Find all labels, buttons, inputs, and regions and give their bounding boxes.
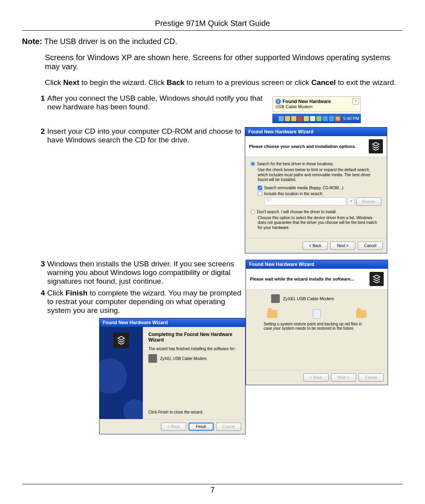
wizard-body: Search for the best driver in these loca… bbox=[245, 157, 387, 238]
step-1: 1 After you connect the USB cable, Windo… bbox=[36, 94, 268, 111]
tray-icon[interactable] bbox=[298, 116, 303, 121]
tray-icon[interactable] bbox=[279, 116, 284, 121]
note-text-1: The USB driver is on the included CD. bbox=[44, 37, 177, 46]
instr-cancel: Cancel bbox=[311, 78, 336, 87]
next-button[interactable]: Next > bbox=[331, 373, 356, 382]
back-button[interactable]: < Back bbox=[161, 423, 186, 431]
step-4: 4 Click Finish to complete the wizard. Y… bbox=[36, 289, 246, 315]
wizard-body: ZyXEL USB Cable Modem Setting a system r… bbox=[246, 290, 388, 370]
restore-point-text: Setting a system restore point and backi… bbox=[264, 322, 370, 330]
notification-balloon: × i Found New Hardware USB Cable Modem bbox=[272, 96, 361, 112]
wizard-search-options: Found New Hardware Wizard Please choose … bbox=[245, 127, 387, 253]
close-instruction: Click Finish to close the wizard. bbox=[148, 410, 240, 414]
wizard-header: Please wait while the wizard installs th… bbox=[246, 269, 388, 290]
balloon-body: USB Cable Modem bbox=[275, 104, 358, 109]
wizard-footer: < Back Next > Cancel bbox=[245, 238, 387, 253]
instr-mid1: to begin the wizard. Click bbox=[79, 78, 167, 87]
back-button[interactable]: < Back bbox=[303, 373, 329, 382]
cancel-button[interactable]: Cancel bbox=[358, 373, 384, 382]
step-2: 2 Insert your CD into your computer CD-R… bbox=[36, 127, 245, 144]
step-text-2: Insert your CD into your computer CD-ROM… bbox=[47, 127, 245, 144]
checkbox-include-location[interactable] bbox=[258, 192, 262, 196]
wizard-completing: Found New Hardware Wizard Completing the… bbox=[99, 318, 246, 434]
wizard-content: Completing the Found New Hardware Wizard… bbox=[143, 327, 245, 419]
system-tray: N 5:40 PM bbox=[272, 114, 361, 123]
wizard-footer: < Back Next > Cancel bbox=[246, 370, 388, 385]
device-icon bbox=[271, 294, 280, 303]
cancel-button[interactable]: Cancel bbox=[358, 242, 383, 250]
tray-icon[interactable] bbox=[316, 116, 322, 121]
instr-back: Back bbox=[166, 78, 184, 87]
device-icon bbox=[148, 354, 157, 363]
wizard-header-text: Please choose your search and installati… bbox=[249, 144, 356, 149]
device-name: ZyXEL USB Cable Modem bbox=[160, 356, 207, 361]
tray-icon[interactable] bbox=[329, 116, 334, 121]
step4-pre: Click bbox=[47, 289, 65, 297]
finished-text: The wizard has finished installing the s… bbox=[148, 347, 240, 351]
wizard-header: Please choose your search and installati… bbox=[245, 136, 387, 157]
instr-pre: Click bbox=[45, 78, 63, 87]
step-text-1: After you connect the USB cable, Windows… bbox=[47, 94, 268, 111]
taskbar-balloon-screenshot: × i Found New Hardware USB Cable Modem bbox=[272, 94, 361, 123]
info-icon: i bbox=[275, 99, 281, 104]
radio-search-best[interactable] bbox=[251, 162, 255, 166]
wizard-titlebar: Found New Hardware Wizard bbox=[246, 260, 388, 269]
instruction-line: Click Next to begin the wizard. Click Ba… bbox=[45, 78, 403, 87]
step-num-1: 1 bbox=[36, 94, 45, 103]
balloon-title: Found New Hardware bbox=[283, 99, 331, 104]
tray-clock: 5:40 PM bbox=[343, 116, 359, 121]
wizard-sidebar-graphic bbox=[100, 327, 143, 419]
location-dropdown-icon[interactable]: ▾ bbox=[347, 198, 355, 205]
browse-button[interactable]: Browse bbox=[356, 198, 381, 206]
copy-animation bbox=[251, 309, 382, 319]
finish-button[interactable]: Finish bbox=[188, 423, 214, 431]
hardware-icon bbox=[113, 332, 129, 348]
page-number: 7 bbox=[0, 486, 425, 495]
note-block: Note: The USB driver is on the included … bbox=[22, 37, 403, 71]
radio-dont-search[interactable] bbox=[251, 210, 255, 214]
tray-icon[interactable] bbox=[310, 116, 315, 121]
wizard-installing: Found New Hardware Wizard Please wait wh… bbox=[246, 260, 388, 385]
completing-heading: Completing the Found New Hardware Wizard bbox=[148, 332, 240, 343]
note-label: Note: bbox=[22, 37, 42, 46]
step-text-4: Click Finish to complete the wizard. You… bbox=[47, 289, 246, 315]
step-num-3: 3 bbox=[36, 260, 45, 268]
cancel-button[interactable]: Cancel bbox=[216, 423, 241, 431]
device-name: ZyXEL USB Cable Modem bbox=[283, 296, 334, 301]
tray-icon[interactable] bbox=[304, 116, 309, 121]
checkbox-include-label: Include this location in the search: bbox=[264, 192, 323, 196]
step4-finish: Finish bbox=[65, 289, 87, 297]
wizard-titlebar: Found New Hardware Wizard bbox=[100, 318, 245, 327]
top-rule bbox=[22, 30, 403, 31]
tray-icons: N bbox=[279, 116, 340, 121]
note-text-2: Screens for Windows XP are shown here. S… bbox=[45, 53, 403, 71]
step-num-4: 4 bbox=[36, 289, 45, 297]
wizard-titlebar: Found New Hardware Wizard bbox=[245, 127, 387, 136]
bottom-rule bbox=[22, 484, 403, 484]
tray-icon[interactable] bbox=[291, 116, 296, 121]
search-best-desc: Use the check boxes below to limit or ex… bbox=[258, 168, 381, 183]
tray-icon[interactable] bbox=[323, 116, 328, 121]
page-header-title: Prestige 971M Quick Start Guide bbox=[22, 19, 403, 30]
checkbox-removable-media[interactable] bbox=[258, 186, 262, 190]
wizard-header-text: Please wait while the wizard installs th… bbox=[250, 277, 354, 281]
instr-next: Next bbox=[63, 78, 79, 87]
next-button[interactable]: Next > bbox=[330, 242, 355, 250]
location-input[interactable]: E:\ bbox=[265, 198, 346, 205]
checkbox-removable-label: Search removable media (floppy, CD-ROM..… bbox=[264, 186, 344, 190]
instr-mid2: to return to a previous screen or click bbox=[185, 78, 311, 87]
folder-icon bbox=[267, 310, 277, 318]
instr-post: to exit the wizard. bbox=[336, 78, 396, 87]
close-icon[interactable]: × bbox=[353, 98, 359, 105]
document-page: Prestige 971M Quick Start Guide Note: Th… bbox=[0, 0, 425, 504]
folder-icon bbox=[356, 310, 366, 318]
radio-dont-search-label: Don't search. I will choose the driver t… bbox=[257, 210, 337, 214]
paper-icon bbox=[313, 309, 321, 319]
hardware-icon bbox=[369, 139, 383, 153]
dont-search-desc: Choose this option to select the device … bbox=[258, 216, 381, 231]
tray-icon[interactable]: N bbox=[335, 116, 340, 121]
hardware-icon bbox=[370, 272, 384, 286]
step-num-2: 2 bbox=[36, 127, 45, 136]
tray-icon[interactable] bbox=[285, 116, 290, 121]
back-button[interactable]: < Back bbox=[303, 242, 328, 250]
